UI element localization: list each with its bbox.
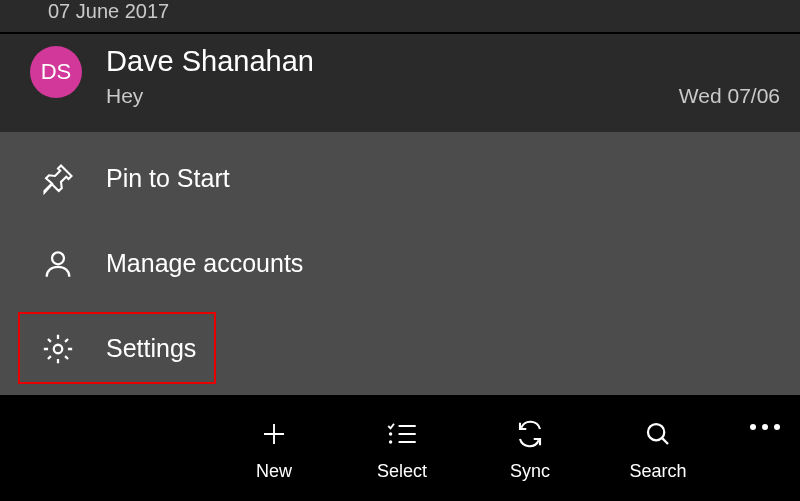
menu-item-label: Settings [106,334,196,363]
checklist-icon [386,415,418,453]
gear-icon [38,332,78,366]
date-group-header: 07 June 2017 [0,0,800,32]
toolbar-label: New [256,461,292,482]
email-list-item[interactable]: DS Dave Shanahan Hey Wed 07/06 [0,34,800,134]
sync-button[interactable]: Sync [466,415,594,482]
menu-item-manage-accounts[interactable]: Manage accounts [0,221,800,306]
sync-icon [515,415,545,453]
menu-item-label: Manage accounts [106,249,303,278]
avatar-initials: DS [41,59,72,85]
person-icon [38,247,78,281]
ellipsis-icon [750,424,756,430]
avatar: DS [30,46,82,98]
select-button[interactable]: Select [338,415,466,482]
menu-item-label: Pin to Start [106,164,230,193]
svg-point-1 [54,344,63,353]
toolbar-label: Sync [510,461,550,482]
email-timestamp: Wed 07/06 [679,84,780,108]
pin-icon [38,161,78,197]
menu-item-pin-to-start[interactable]: Pin to Start [0,136,800,221]
plus-icon [259,415,289,453]
more-button[interactable] [750,424,780,430]
context-menu: Pin to Start Manage accounts Settings [0,132,800,395]
svg-point-2 [648,424,664,440]
search-icon [643,415,673,453]
menu-item-settings[interactable]: Settings [0,306,800,391]
email-sender: Dave Shanahan [106,44,780,78]
new-button[interactable]: New [210,415,338,482]
date-group-label: 07 June 2017 [48,0,169,23]
email-subject: Hey [106,84,143,108]
svg-point-0 [52,252,64,264]
bottom-toolbar: New Select Sync Search [0,396,800,501]
toolbar-label: Select [377,461,427,482]
search-button[interactable]: Search [594,415,722,482]
toolbar-label: Search [629,461,686,482]
